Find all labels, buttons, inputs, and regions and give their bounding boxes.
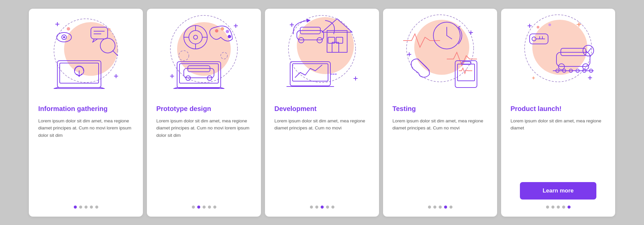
card-prototype-design: Prototype design Lorem ipsum dolor sit d… <box>147 9 261 217</box>
card-4-dots <box>383 206 497 209</box>
card-1-text: Lorem ipsum dolor sit dim amet, mea regi… <box>38 117 133 200</box>
card-1-dots <box>29 206 143 209</box>
svg-point-100 <box>548 23 551 26</box>
card-2-dots <box>147 206 261 209</box>
dot-1 <box>310 206 313 209</box>
svg-point-18 <box>67 27 70 31</box>
dot-5 <box>331 206 334 209</box>
dot-1 <box>428 206 431 209</box>
illustration-prototype-design <box>147 9 261 99</box>
svg-point-41 <box>226 30 229 33</box>
card-4-text: Lorem ipsum dolor sit dim amet, mea regi… <box>392 117 488 200</box>
dot-2 <box>433 206 436 209</box>
card-3-text: Lorem ipsum dolor sit dim amet, mea regi… <box>274 117 370 200</box>
cards-container: Information gathering Lorem ipsum dolor … <box>0 1 644 225</box>
card-2-text: Lorem ipsum dolor sit dim amet, mea regi… <box>156 117 252 200</box>
card-2-title: Prototype design <box>156 105 252 113</box>
card-3-dots <box>265 206 379 209</box>
card-development: Development Lorem ipsum dolor sit dim am… <box>265 9 379 217</box>
card-3-title: Development <box>274 105 370 113</box>
card-2-content: Prototype design Lorem ipsum dolor sit d… <box>147 99 261 200</box>
dot-1 <box>192 206 195 209</box>
dot-4 <box>444 206 447 209</box>
dot-3 <box>85 206 88 209</box>
card-5-dots <box>501 206 615 209</box>
card-5-text: Lorem ipsum dolor sit dim amet, mea regi… <box>511 117 606 177</box>
illustration-testing <box>383 9 497 99</box>
card-4-content: Testing Lorem ipsum dolor sit dim amet, … <box>383 99 497 200</box>
svg-point-12 <box>63 36 65 38</box>
card-info-gathering: Information gathering Lorem ipsum dolor … <box>29 9 143 217</box>
card-product-launch: Product launch! Lorem ipsum dolor sit di… <box>501 9 615 217</box>
dot-3 <box>203 206 206 209</box>
dot-4 <box>562 206 565 209</box>
dot-3 <box>557 206 560 209</box>
card-5-content: Product launch! Lorem ipsum dolor sit di… <box>501 99 615 200</box>
dot-4 <box>326 206 329 209</box>
svg-point-19 <box>108 28 111 31</box>
dot-2 <box>79 206 82 209</box>
dot-4 <box>208 206 211 209</box>
dot-5 <box>213 206 216 209</box>
svg-point-39 <box>215 29 218 33</box>
dot-4 <box>90 206 93 209</box>
dot-2 <box>315 206 318 209</box>
illustration-development <box>265 9 379 99</box>
dot-5 <box>95 206 98 209</box>
card-3-content: Development Lorem ipsum dolor sit dim am… <box>265 99 379 200</box>
dot-1 <box>74 206 77 209</box>
svg-point-42 <box>228 35 231 38</box>
svg-point-63 <box>414 20 469 75</box>
dot-2 <box>551 206 554 209</box>
card-testing: Testing Lorem ipsum dolor sit dim amet, … <box>383 9 497 217</box>
svg-point-40 <box>221 27 224 31</box>
dot-5 <box>449 206 452 209</box>
card-5-title: Product launch! <box>511 105 606 113</box>
learn-more-button[interactable]: Learn more <box>520 182 596 200</box>
dot-3 <box>321 206 324 209</box>
card-1-title: Information gathering <box>38 105 133 113</box>
dot-5 <box>568 206 571 209</box>
dot-1 <box>546 206 549 209</box>
svg-point-99 <box>537 26 539 29</box>
illustration-product-launch <box>501 9 615 99</box>
dot-2 <box>197 206 200 209</box>
illustration-info-gathering <box>29 9 143 99</box>
card-4-title: Testing <box>392 105 488 113</box>
dot-3 <box>439 206 442 209</box>
card-1-content: Information gathering Lorem ipsum dolor … <box>29 99 143 200</box>
